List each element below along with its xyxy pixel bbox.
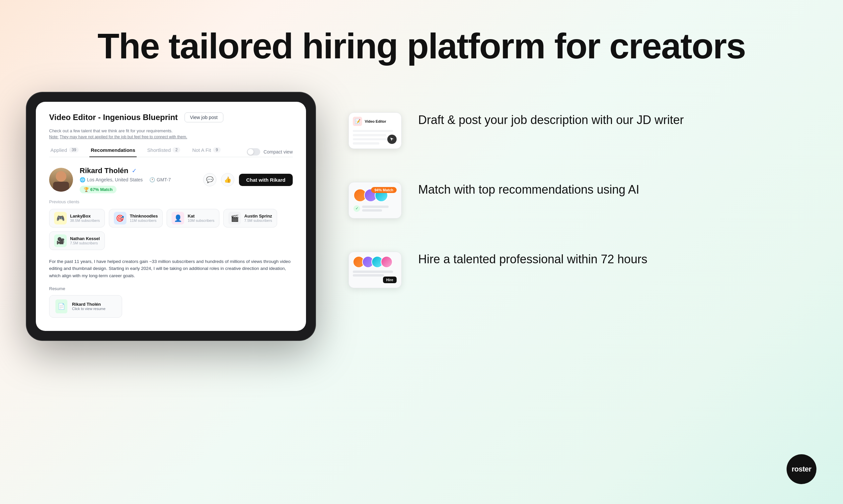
candidate-avatar (49, 168, 73, 192)
resume-icon: 📄 (55, 300, 67, 313)
ai-check-icon: ✓ (354, 205, 360, 212)
client-subs-thinknoodles: 11M subscribers (130, 218, 158, 222)
tab-applied-badge: 39 (69, 147, 79, 152)
cursor-icon (387, 134, 397, 144)
client-thinknoodles: 🎯 Thinknoodles 11M subscribers (109, 209, 163, 228)
tab-shortlisted-label: Shortlisted (148, 147, 171, 153)
match-badge: 🏆 67% Match (80, 186, 117, 193)
feature-title-hire: Hire a talented professional within 72 h… (418, 252, 647, 267)
tab-recommendations[interactable]: Recommendations (89, 147, 136, 157)
match-emoji: 🏆 (84, 187, 89, 192)
feature-text-ai: Match with top recommendations using AI (418, 182, 639, 198)
client-austin: 🎬 Austin Sprinz 7.5M subscribers (223, 209, 277, 228)
hire-avatar-4 (381, 256, 393, 268)
chat-button[interactable]: Chat with Rikard (239, 174, 293, 186)
client-avatar-nathan: 🎥 (54, 234, 67, 247)
compact-view-switch[interactable] (247, 148, 260, 156)
client-name-lankybox: LankyBox (70, 214, 100, 218)
client-name-kat: Kat (188, 214, 214, 218)
tab-applied[interactable]: Applied 39 (49, 147, 80, 157)
like-button[interactable]: 👍 (221, 173, 234, 186)
jd-line-3 (353, 138, 391, 141)
candidate-actions: 💬 👍 Chat with Rikard (203, 173, 293, 186)
app-header: Video Editor - Ingenious Blueprint View … (49, 112, 293, 122)
client-kat: 👤 Kat 10M subscribers (167, 209, 219, 228)
feature-jd-writer: 📝 Video Editor Draft & post your job des… (348, 112, 816, 149)
clients-row: 🎮 LankyBox 38.5M subscribers 🎯 Thinknood… (49, 209, 293, 250)
client-info-lankybox: LankyBox 38.5M subscribers (70, 214, 100, 222)
match-text: 67% Match (90, 187, 113, 192)
hire-avatars (353, 256, 397, 268)
client-avatar-kat: 👤 (172, 212, 184, 224)
jd-thumb-header: 📝 Video Editor (353, 117, 397, 126)
content-row: Video Editor - Ingenious Blueprint View … (0, 92, 843, 340)
feature-title-jd: Draft & post your job description with o… (418, 112, 684, 128)
tabs-row: Applied 39 Recommendations Shortlisted 2… (49, 147, 293, 157)
tab-shortlisted-badge: 2 (173, 147, 180, 152)
tab-not-a-fit[interactable]: Not A Fit 9 (191, 147, 222, 157)
feature-text-jd: Draft & post your job description with o… (418, 112, 684, 128)
hero-title: The tailored hiring platform for creator… (0, 0, 843, 66)
view-job-button[interactable]: View job post (185, 112, 223, 122)
tablet-mockup: Video Editor - Ingenious Blueprint View … (27, 92, 315, 340)
resume-file-name: Rikard Tholén (72, 302, 105, 307)
client-name-austin: Austin Sprinz (244, 214, 272, 218)
feature-ai-match: 94% Match ✓ Match with top recommendatio… (348, 182, 816, 218)
candidate-name-row: Rikard Tholén ✓ (80, 166, 196, 175)
app-note: Note: They may have not applied for the … (49, 134, 293, 139)
candidate-info: Rikard Tholén ✓ 🌐 Los Angeles, United St… (80, 166, 196, 193)
resume-card[interactable]: 📄 Rikard Tholén Click to view resume (49, 295, 122, 318)
feature-hire: Hire Hire a talented professional within… (348, 252, 816, 288)
previous-clients-label: Previous clients (49, 199, 293, 204)
client-info-nathan: Nathan Kessel 7.5M subscribers (70, 236, 100, 245)
hire-lines (353, 271, 397, 276)
jd-icon: 📝 (353, 117, 362, 126)
timezone-item: 🕐 GMT-7 (149, 177, 171, 182)
ai-check-row: ✓ (354, 205, 389, 212)
compact-view-toggle: Compact view (247, 148, 293, 156)
feature-title-ai: Match with top recommendations using AI (418, 182, 639, 198)
job-title: Video Editor - Ingenious Blueprint (49, 113, 178, 122)
avatar-face (56, 171, 66, 182)
resume-section-label: Resume (49, 286, 293, 291)
client-subs-nathan: 7.5M subscribers (70, 241, 100, 245)
tablet-outer: Video Editor - Ingenious Blueprint View … (27, 92, 315, 340)
roster-logo: roster (787, 454, 816, 484)
location-icon: 🌐 (80, 177, 85, 182)
location-text: Los Angeles, United States (87, 177, 143, 182)
client-lankybox: 🎮 LankyBox 38.5M subscribers (49, 209, 105, 228)
comment-button[interactable]: 💬 (203, 173, 217, 186)
tab-shortlisted[interactable]: Shortlisted 2 (146, 147, 182, 157)
resume-link: Click to view resume (72, 307, 105, 311)
feature-thumb-hire: Hire (348, 252, 401, 288)
candidate-name: Rikard Tholén (80, 166, 128, 175)
client-info-austin: Austin Sprinz 7.5M subscribers (244, 214, 272, 222)
ai-line-1 (362, 205, 389, 208)
tab-not-a-fit-badge: 9 (213, 147, 221, 152)
compact-view-label: Compact view (263, 149, 293, 155)
timezone-text: GMT-7 (157, 177, 171, 182)
hire-badge[interactable]: Hire (383, 276, 397, 283)
hire-line-2 (353, 274, 384, 276)
ai-lines (362, 205, 389, 212)
client-name-nathan: Nathan Kessel (70, 236, 100, 241)
client-subs-kat: 10M subscribers (188, 218, 214, 222)
jd-line-1 (353, 130, 393, 132)
client-avatar-thinknoodles: 🎯 (114, 212, 126, 224)
client-nathan: 🎥 Nathan Kessel 7.5M subscribers (49, 231, 105, 250)
client-info-kat: Kat 10M subscribers (188, 214, 214, 222)
client-name-thinknoodles: Thinknoodles (130, 214, 158, 218)
client-subs-austin: 7.5M subscribers (244, 218, 272, 222)
features-column: 📝 Video Editor Draft & post your job des… (348, 92, 816, 288)
ai-match-badge: 94% Match (371, 187, 397, 193)
resume-info: Rikard Tholén Click to view resume (72, 302, 105, 311)
candidate-bio: For the past 11 years, I have helped cre… (49, 258, 293, 280)
ai-line-2 (362, 209, 382, 212)
client-subs-lankybox: 38.5M subscribers (70, 218, 100, 222)
tab-applied-label: Applied (50, 147, 67, 153)
verified-icon: ✓ (132, 167, 137, 175)
client-info-thinknoodles: Thinknoodles 11M subscribers (130, 214, 158, 222)
candidate-card: Rikard Tholén ✓ 🌐 Los Angeles, United St… (49, 166, 293, 318)
jd-line-2 (353, 134, 386, 136)
tablet-screen: Video Editor - Ingenious Blueprint View … (36, 102, 306, 331)
